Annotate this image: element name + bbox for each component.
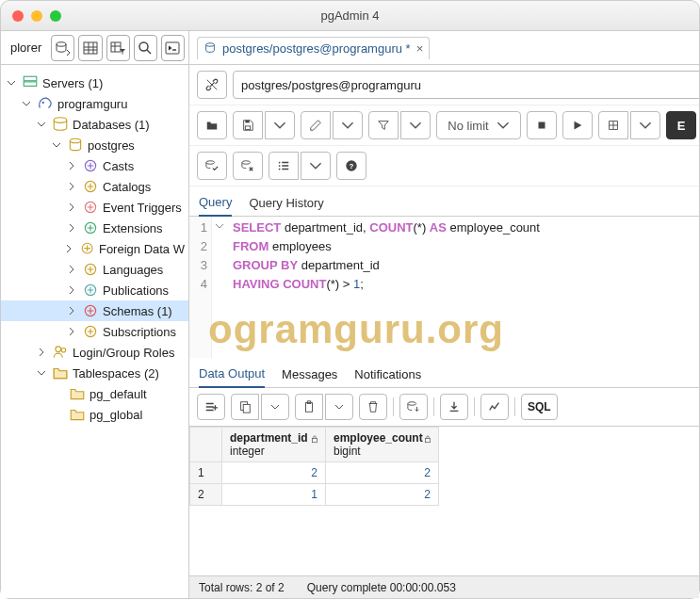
stop-button[interactable] [527, 111, 557, 139]
tree-item[interactable]: Catalogs [1, 176, 188, 197]
column-header[interactable]: employee_count bigint [326, 428, 439, 462]
item-icon [82, 261, 99, 278]
tree-item[interactable]: Publications [1, 280, 188, 300]
tree-login-roles[interactable]: Login/Group Roles [1, 342, 188, 363]
chevron-right-icon[interactable] [65, 201, 78, 214]
chevron-down-icon[interactable] [50, 138, 63, 152]
chevron-down-icon[interactable] [215, 221, 224, 231]
chevron-right-icon[interactable] [65, 221, 78, 235]
tree-item[interactable]: Event Triggers [1, 197, 188, 218]
titlebar: pgAdmin 4 [1, 1, 699, 31]
connection-text: postgres/postgres@programguru [241, 78, 421, 92]
add-row-button[interactable] [197, 394, 225, 420]
tab-query[interactable]: Query [199, 195, 232, 217]
clipboard-icon [302, 400, 316, 413]
svg-point-34 [279, 169, 281, 170]
table-row[interactable]: 1 2 2 [190, 462, 439, 484]
tree-servers[interactable]: Servers (1) [1, 73, 188, 93]
connection-selector[interactable]: postgres/postgres@programguru [233, 71, 699, 99]
tree-item[interactable]: Extensions [1, 218, 188, 238]
tree-item[interactable]: Casts [1, 155, 188, 176]
chevron-right-icon[interactable] [62, 242, 74, 255]
item-icon [82, 219, 99, 236]
chevron-down-icon[interactable] [35, 118, 48, 131]
chevron-right-icon[interactable] [35, 346, 48, 359]
item-icon [82, 178, 99, 195]
cell[interactable]: 2 [326, 484, 439, 506]
edit-menu-button[interactable] [333, 111, 363, 139]
cell[interactable]: 1 [222, 484, 326, 506]
cell[interactable]: 2 [326, 462, 439, 484]
tree-item[interactable]: pg_default [1, 383, 188, 404]
chevron-right-icon[interactable] [65, 180, 78, 193]
tree-databases[interactable]: Databases (1) [1, 114, 188, 135]
open-file-button[interactable] [197, 111, 227, 139]
tab-messages[interactable]: Messages [282, 367, 337, 387]
tree-item[interactable]: Foreign Data W [1, 238, 188, 259]
graph-button[interactable] [480, 394, 509, 420]
tree-item[interactable]: Subscriptions [1, 321, 188, 342]
tab-query-history[interactable]: Query History [249, 196, 323, 216]
format-button[interactable] [269, 152, 299, 180]
download-icon [448, 400, 461, 413]
svg-rect-2 [111, 42, 121, 52]
psql-button[interactable] [161, 35, 185, 61]
tab-notifications[interactable]: Notifications [354, 367, 421, 387]
help-button[interactable]: ? [336, 152, 366, 180]
chevron-down-icon[interactable] [20, 97, 33, 110]
copy-button[interactable] [231, 394, 259, 420]
table-row[interactable]: 2 1 2 [190, 484, 439, 506]
chevron-right-icon[interactable] [65, 159, 78, 172]
edit-button[interactable] [301, 111, 331, 139]
connection-status-button[interactable] [197, 71, 227, 99]
rollback-button[interactable] [233, 152, 263, 180]
tab-data-output[interactable]: Data Output [199, 366, 265, 388]
tree-item[interactable]: Languages [1, 259, 188, 280]
delete-row-button[interactable] [359, 394, 387, 420]
filter-button[interactable] [368, 111, 399, 139]
tree-server[interactable]: programguru [1, 93, 188, 114]
paste-menu-button[interactable] [325, 394, 353, 420]
explain-button[interactable] [598, 111, 628, 139]
commit-button[interactable] [197, 152, 227, 180]
explain-analyze-button[interactable]: E [666, 111, 696, 139]
chevron-down-icon[interactable] [5, 76, 18, 89]
chevron-down-icon[interactable] [35, 366, 48, 380]
execute-button[interactable] [562, 111, 593, 139]
cell[interactable]: 2 [222, 462, 326, 484]
list-icon [277, 159, 290, 172]
tree-label: Tablespaces (2) [73, 366, 159, 380]
query-tool-button[interactable] [51, 35, 74, 61]
results-grid[interactable]: department_id integer employee_count big… [189, 427, 699, 506]
svg-point-3 [139, 42, 148, 51]
tree-label: Casts [103, 159, 134, 173]
view-data-button[interactable] [78, 35, 102, 61]
filter-rows-button[interactable] [106, 35, 130, 61]
save-button[interactable] [233, 111, 263, 139]
chevron-right-icon[interactable] [65, 304, 78, 317]
explain-menu-button[interactable] [630, 111, 660, 139]
tree-tablespaces[interactable]: Tablespaces (2) [1, 363, 188, 383]
close-tab-button[interactable]: × [416, 41, 424, 56]
paste-button[interactable] [295, 394, 323, 420]
tree-database[interactable]: postgres [1, 135, 188, 155]
row-num-header [190, 428, 222, 462]
limit-selector[interactable]: No limit [436, 111, 521, 139]
format-menu-button[interactable] [301, 152, 331, 180]
search-button[interactable] [134, 35, 157, 61]
save-menu-button[interactable] [265, 111, 295, 139]
column-header[interactable]: department_id integer [222, 428, 326, 462]
object-tree[interactable]: Servers (1) programguru Databases (1) [1, 65, 188, 598]
tree-item[interactable]: pg_global [1, 404, 188, 425]
tree-item[interactable]: Schemas (1) [1, 300, 188, 321]
chevron-right-icon[interactable] [65, 283, 78, 297]
sql-editor[interactable]: 1 2 3 4 SELECT department_id, COUNT(*) A… [189, 217, 699, 358]
chevron-right-icon[interactable] [65, 325, 78, 338]
editor-tab[interactable]: postgres/postgres@programguru * × [197, 37, 430, 59]
chevron-right-icon[interactable] [65, 263, 78, 276]
save-results-button[interactable] [399, 394, 428, 420]
filter-menu-button[interactable] [400, 111, 431, 139]
copy-menu-button[interactable] [261, 394, 289, 420]
download-button[interactable] [440, 394, 468, 420]
sql-mode-button[interactable]: SQL [521, 394, 558, 420]
